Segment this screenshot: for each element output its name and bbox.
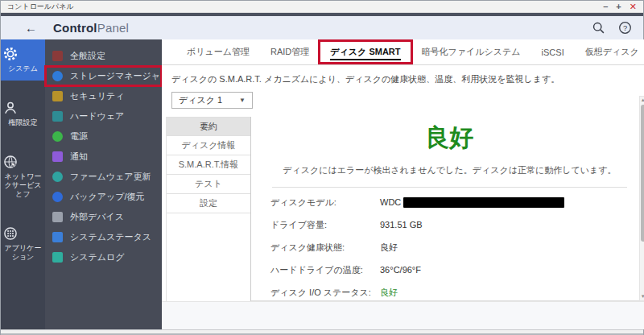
- scrollbar-thumb[interactable]: [641, 105, 644, 242]
- health-message: ディスクにはエラーが検出されませんでした。ディスクは正常に動作しています。: [270, 164, 629, 176]
- smart-submenu: 要約 ディスク情報 S.M.A.R.T.情報 テスト 設定: [166, 117, 251, 301]
- window-title: コントロールパネル: [7, 2, 74, 12]
- gear-icon: [2, 46, 43, 62]
- scroll-up-icon[interactable]: ▲: [640, 97, 644, 104]
- sidebar-item-backup-restore[interactable]: バックアップ/復元: [45, 187, 162, 207]
- rail-item-label: 権限設定: [2, 118, 43, 127]
- nav-rail: システム 権限設定 ネットワークサービスとフ アプリケーション: [1, 39, 45, 329]
- row-disk-model: ディスクモデル: WDC: [270, 191, 629, 213]
- app-grid-icon: [2, 225, 43, 242]
- app-header: ← ControlPanel ?: [1, 16, 643, 39]
- tab-raid-management[interactable]: RAID管理: [260, 41, 320, 63]
- tab-bar: ボリューム管理 RAID管理 ディスク SMART 暗号化ファイルシステム iS…: [162, 39, 644, 65]
- control-panel-window: コントロールパネル – + ✕ ← ControlPanel ?: [0, 0, 644, 335]
- scroll-down-icon[interactable]: ▼: [640, 293, 644, 300]
- system-logs-icon: [52, 252, 63, 263]
- general-settings-icon: [52, 51, 63, 61]
- submenu-item-smart-info[interactable]: S.M.A.R.T.情報: [167, 155, 250, 175]
- storage-manager-icon: [52, 71, 63, 81]
- rail-item-network-services[interactable]: ネットワークサービスとフ: [1, 147, 45, 206]
- sidebar-item-general-settings[interactable]: 全般設定: [45, 46, 162, 66]
- chevron-down-icon: ▼: [239, 97, 246, 104]
- submenu-item-test[interactable]: テスト: [167, 175, 250, 194]
- svg-text:?: ?: [623, 24, 627, 32]
- divider: [272, 187, 627, 188]
- system-status-icon: [52, 232, 63, 242]
- tab-volume-management[interactable]: ボリューム管理: [176, 41, 260, 63]
- redacted-value: [403, 197, 564, 208]
- maximize-button[interactable]: +: [616, 2, 621, 11]
- rail-item-privilege[interactable]: 権限設定: [1, 93, 45, 134]
- sidebar-item-security[interactable]: セキュリティ: [45, 86, 162, 106]
- minimize-button[interactable]: –: [603, 2, 608, 11]
- tab-virtual-disk[interactable]: 仮想ディスク: [575, 41, 644, 63]
- network-globe-icon: [2, 154, 43, 170]
- sidebar-item-system-status[interactable]: システムステータス: [45, 227, 162, 247]
- window-bottom-strip: [1, 329, 643, 335]
- row-drive-temperature: ハードドライブの温度: 36°C/96°F: [270, 258, 629, 281]
- help-icon[interactable]: ?: [618, 21, 632, 35]
- vertical-scrollbar[interactable]: ▲ ▼: [639, 96, 644, 301]
- sidebar-item-power[interactable]: 電源: [45, 126, 162, 147]
- titlebar: コントロールパネル – + ✕: [1, 1, 643, 13]
- security-lock-icon: [52, 91, 63, 101]
- page-title-bold: Control: [53, 21, 97, 35]
- main-content: ボリューム管理 RAID管理 ディスク SMART 暗号化ファイルシステム iS…: [162, 39, 644, 329]
- sidebar-item-system-logs[interactable]: システムログ: [45, 247, 162, 267]
- rail-item-applications[interactable]: アプリケーション: [1, 219, 45, 269]
- disk-selector-value: ディスク 1: [179, 94, 222, 106]
- tab-disk-smart[interactable]: ディスク SMART: [320, 41, 411, 63]
- smart-description: ディスクの S.M.A.R.T. メカニズムにより、ディスクの健康状態、温度、利…: [171, 73, 644, 85]
- sidebar-item-firmware-update[interactable]: ファームウェア更新: [45, 167, 162, 187]
- power-icon: [52, 131, 63, 142]
- close-button[interactable]: ✕: [630, 2, 637, 11]
- sidebar-item-hardware[interactable]: ハードウェア: [45, 106, 162, 126]
- disk-selector-dropdown[interactable]: ディスク 1 ▼: [171, 92, 253, 109]
- firmware-update-icon: [52, 172, 63, 182]
- health-status: 良好: [270, 122, 629, 155]
- sidebar-item-storage-manager[interactable]: ストレージマネージャー: [45, 66, 162, 86]
- rail-item-label: アプリケーション: [2, 244, 43, 262]
- user-icon: [2, 100, 43, 116]
- submenu-item-settings[interactable]: 設定: [167, 194, 250, 213]
- tab-iscsi[interactable]: iSCSI: [531, 43, 575, 62]
- page-title-light: Panel: [97, 21, 129, 35]
- rail-item-label: システム: [2, 64, 43, 73]
- notification-icon: [52, 151, 63, 162]
- panel-footer: [162, 301, 644, 329]
- search-icon[interactable]: [592, 21, 605, 35]
- hardware-icon: [52, 111, 63, 122]
- row-disk-health: ディスク健康状態: 良好: [270, 236, 629, 258]
- sidebar: 全般設定 ストレージマネージャー セキュリティ ハードウェア 電源 通知: [45, 39, 162, 329]
- external-device-icon: [52, 212, 63, 222]
- tab-encrypted-filesystem[interactable]: 暗号化ファイルシステム: [411, 41, 531, 63]
- row-drive-capacity: ドライブ容量: 931.51 GB: [270, 213, 629, 236]
- sidebar-item-external-device[interactable]: 外部デバイス: [45, 207, 162, 227]
- backup-restore-icon: [52, 192, 63, 202]
- summary-panel: 良好 ディスクにはエラーが検出されませんでした。ディスクは正常に動作しています。…: [251, 117, 644, 301]
- sidebar-item-notification[interactable]: 通知: [45, 147, 162, 167]
- back-arrow-icon[interactable]: ←: [25, 21, 37, 35]
- page-title: ControlPanel: [53, 21, 129, 35]
- submenu-item-disk-info[interactable]: ディスク情報: [167, 136, 250, 155]
- rail-item-label: ネットワークサービスとフ: [2, 172, 43, 199]
- submenu-item-summary[interactable]: 要約: [167, 117, 250, 136]
- rail-item-system[interactable]: システム: [1, 39, 45, 81]
- row-disk-io-status: ディスク I/O ステータス: 良好: [270, 281, 629, 301]
